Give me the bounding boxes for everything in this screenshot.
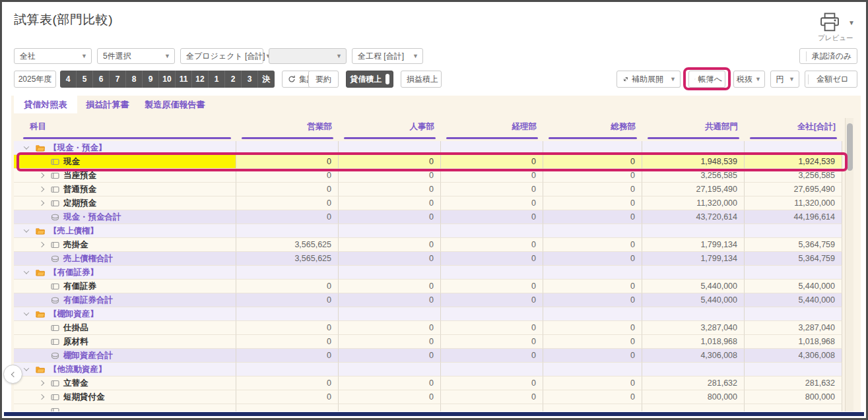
table-row[interactable]: 【棚卸資産】 [14, 307, 842, 321]
value-cell-col3[interactable]: 0 [441, 183, 543, 196]
tab-balance-sheet[interactable]: 貸借対照表 [14, 96, 77, 113]
chevron-down-icon[interactable] [20, 270, 32, 274]
approved-only-toggle[interactable]: 承認済のみ [799, 48, 857, 64]
month-button-4[interactable]: 4 [60, 71, 77, 88]
value-cell-col4[interactable]: 0 [543, 390, 642, 404]
value-cell-col4[interactable]: 0 [543, 252, 642, 266]
value-cell-col3[interactable]: 0 [441, 376, 543, 390]
value-cell-col2[interactable]: 0 [339, 196, 441, 210]
value-cell-col1[interactable]: 0 [236, 321, 339, 335]
value-cell-col5[interactable]: 11,320,000 [642, 196, 745, 210]
table-row[interactable]: 【現金・預金】 [14, 141, 842, 155]
value-cell-col5[interactable]: 3,256,585 [642, 169, 745, 183]
value-cell-col4[interactable]: 0 [543, 293, 642, 307]
value-cell-col1[interactable]: 0 [236, 376, 339, 390]
value-cell-col6[interactable]: 1,018,968 [745, 335, 842, 349]
value-cell-col4[interactable]: 0 [543, 210, 642, 224]
account-name-cell[interactable]: 【現金・預金】 [14, 141, 236, 155]
value-cell-col3[interactable]: 0 [441, 169, 543, 183]
table-row[interactable]: 売掛金3,565,6250001,799,1345,364,759 [14, 238, 842, 252]
account-name-cell[interactable]: 立替金 [14, 376, 236, 390]
table-row[interactable]: 当座預金00003,256,5853,256,585 [14, 169, 842, 183]
subsidiary-expand-caret[interactable]: ▼ [666, 71, 681, 88]
filter-dropdown-3[interactable]: ▼ [269, 48, 347, 64]
value-cell-col3[interactable]: 0 [441, 349, 543, 363]
value-cell-col6[interactable]: 27,695,490 [745, 183, 842, 196]
account-name-cell[interactable]: 当座預金 [14, 169, 236, 183]
value-cell-col3[interactable]: 0 [441, 155, 543, 169]
value-cell-col4[interactable]: 0 [543, 169, 642, 183]
table-row[interactable]: 有価証券合計00005,440,0005,440,000 [14, 293, 842, 307]
value-cell-col1[interactable]: 0 [236, 390, 339, 404]
value-cell-col5[interactable]: 5,440,000 [642, 293, 745, 307]
filter-dropdown-0[interactable]: 全社▼ [14, 48, 92, 64]
account-name-cell[interactable]: 【他流動資産】 [14, 363, 236, 376]
value-cell-col3[interactable] [441, 404, 543, 411]
account-name-cell[interactable]: 現金・預金合計 [14, 210, 236, 224]
table-row[interactable]: 現金00001,948,5391,924,539 [14, 155, 842, 169]
value-cell-col2[interactable]: 0 [339, 252, 441, 266]
value-cell-col2[interactable]: 0 [339, 321, 441, 335]
value-cell-col2[interactable]: 0 [339, 349, 441, 363]
value-cell-col2[interactable]: 0 [339, 210, 441, 224]
table-row[interactable]: 立替金0000281,632281,632 [14, 376, 842, 390]
table-row[interactable]: 現金・預金合計000043,720,61444,196,614 [14, 210, 842, 224]
value-cell-col3[interactable]: 0 [441, 321, 543, 335]
pl-stack-toggle[interactable]: 損益積上 [401, 71, 442, 88]
subsidiary-expand-button[interactable]: 補助展開 [617, 71, 667, 88]
value-cell-col1[interactable]: 0 [236, 280, 339, 293]
value-cell-col5[interactable] [642, 404, 745, 411]
table-row[interactable]: 売上債権合計3,565,6250001,799,1345,364,759 [14, 252, 842, 266]
value-cell-col5[interactable]: 800,000 [642, 390, 745, 404]
value-cell-col6[interactable]: 4,306,008 [745, 349, 842, 363]
value-cell-col1[interactable]: 0 [236, 155, 339, 169]
value-cell-col3[interactable]: 0 [441, 252, 543, 266]
value-cell-col2[interactable]: 0 [339, 376, 441, 390]
value-cell-col6[interactable]: 3,287,040 [745, 321, 842, 335]
table-row[interactable] [14, 404, 842, 411]
chevron-down-icon[interactable] [20, 367, 32, 371]
value-cell-col5[interactable]: 1,799,134 [642, 252, 745, 266]
printer-icon[interactable] [819, 13, 842, 32]
value-cell-col4[interactable]: 0 [543, 349, 642, 363]
table-row[interactable]: 定期預金000011,320,00011,320,000 [14, 196, 842, 210]
table-row[interactable]: 普通預金000027,195,49027,695,490 [14, 183, 842, 196]
value-cell-col5[interactable]: 1,799,134 [642, 238, 745, 252]
to-ledger-button[interactable]: 帳簿へ [688, 71, 725, 88]
value-cell-col4[interactable]: 0 [543, 321, 642, 335]
month-button-9[interactable]: 9 [143, 71, 159, 88]
value-cell-col4[interactable] [543, 404, 642, 411]
month-button-8[interactable]: 8 [126, 71, 143, 88]
value-cell-col5[interactable]: 27,195,490 [642, 183, 745, 196]
value-cell-col6[interactable]: 1,924,539 [745, 155, 842, 169]
filter-dropdown-4[interactable]: 全工程 [合計]▼ [352, 48, 423, 64]
value-cell-col1[interactable]: 0 [236, 210, 339, 224]
chevron-right-icon[interactable] [36, 201, 47, 205]
value-cell-col6[interactable]: 44,196,614 [745, 210, 842, 224]
value-cell-col1[interactable]: 0 [236, 169, 339, 183]
value-cell-col2[interactable]: 0 [339, 155, 441, 169]
vertical-scrollbar[interactable] [845, 118, 853, 411]
value-cell-col5[interactable]: 1,018,968 [642, 335, 745, 349]
chevron-right-icon[interactable] [36, 187, 47, 191]
value-cell-col6[interactable]: 3,256,585 [745, 169, 842, 183]
value-cell-col3[interactable]: 0 [441, 335, 543, 349]
account-name-cell[interactable]: 棚卸資産合計 [14, 349, 236, 363]
account-name-cell[interactable]: 【棚卸資産】 [14, 307, 236, 321]
month-button-7[interactable]: 7 [110, 71, 126, 88]
account-name-cell[interactable]: 定期預金 [14, 196, 236, 210]
value-cell-col6[interactable]: 800,000 [745, 390, 842, 404]
value-cell-col2[interactable]: 0 [339, 335, 441, 349]
account-name-cell[interactable]: 【売上債権】 [14, 224, 236, 238]
value-cell-col4[interactable]: 0 [543, 196, 642, 210]
filter-dropdown-2[interactable]: 全プロジェクト [合計]▼ [180, 48, 263, 64]
value-cell-col1[interactable]: 0 [236, 196, 339, 210]
value-cell-col1[interactable]: 3,565,625 [236, 252, 339, 266]
value-cell-col3[interactable]: 0 [441, 210, 543, 224]
value-cell-col4[interactable]: 0 [543, 238, 642, 252]
account-name-cell[interactable]: 普通預金 [14, 183, 236, 196]
value-cell-col6[interactable]: 5,440,000 [745, 280, 842, 293]
value-cell-col3[interactable]: 0 [441, 293, 543, 307]
chevron-down-icon[interactable] [20, 146, 32, 150]
chevron-right-icon[interactable] [36, 395, 47, 399]
